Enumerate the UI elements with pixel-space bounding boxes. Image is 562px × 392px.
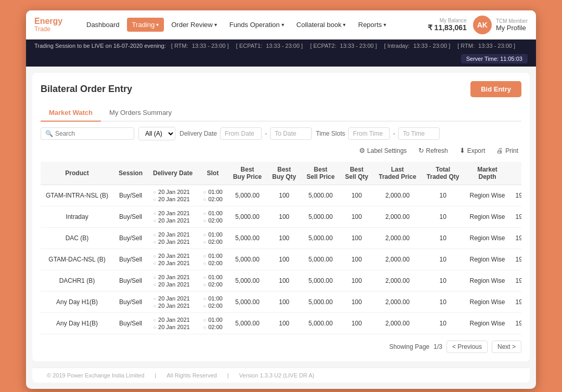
ticker-intraday: [ Intraday: 13:33 - 23:00 ]: [384, 43, 452, 49]
showing-label: Showing Page: [389, 343, 429, 350]
ticker-rtm1: [ RTM: 13:33 - 23:00 ]: [171, 43, 231, 49]
time-slots-filter: Time Slots From Time - To Time: [316, 127, 440, 140]
session-cell: Buy/Sell: [113, 292, 148, 313]
delivery-date-cell: ○ 20 Jan 2021 ○ 20 Jan 2021: [148, 313, 198, 334]
prev-button[interactable]: < Previous: [446, 341, 488, 353]
ticker-ecpat2: [ ECPAT2: 13:33 - 23:00 ]: [310, 43, 379, 49]
search-box[interactable]: 🔍: [41, 127, 134, 140]
rights: All Rights Reserved: [167, 372, 217, 378]
app-container: Energy Trade Dashboard Trading ▾ Order R…: [26, 10, 536, 389]
delivery-date-label: Delivery Date: [180, 130, 217, 137]
time-slots-label: Time Slots: [316, 130, 345, 137]
best-sell-qty-cell: 100: [340, 270, 374, 292]
total-traded-qty-cell: 10: [422, 270, 465, 292]
refresh-button[interactable]: ↻ Refresh: [415, 145, 451, 156]
nav-dashboard[interactable]: Dashboard: [81, 18, 125, 32]
nav-trading[interactable]: Trading ▾: [127, 18, 164, 32]
token-end-time-cell: 19 Jan 2021 20:45: [510, 270, 521, 292]
time-dash: -: [393, 130, 395, 137]
market-depth-cell: Region Wise: [465, 270, 510, 292]
footer: © 2019 Power Exchange India Limited | Al…: [32, 368, 530, 383]
funds-chevron-icon: ▾: [282, 22, 284, 28]
tab-my-orders[interactable]: My Orders Summary: [101, 104, 180, 122]
filter-select[interactable]: All (A): [138, 127, 175, 140]
table-row[interactable]: Any Day H1(B) Buy/Sell ○ 20 Jan 2021 ○ 2…: [41, 292, 521, 313]
token-end-time-cell: 19 Jan 2021 20:45: [510, 292, 521, 313]
market-depth-cell: Region Wise: [465, 228, 510, 249]
delivery-date-filter: Delivery Date From Date - To Date: [180, 127, 312, 140]
to-date-input[interactable]: To Date: [270, 127, 312, 140]
table-row[interactable]: GTAM-DAC-NSL (B) Buy/Sell ○ 20 Jan 2021 …: [41, 249, 521, 270]
product-cell: Intraday: [41, 206, 113, 228]
best-sell-price-cell: 5,000.00: [301, 185, 340, 206]
header: Energy Trade Dashboard Trading ▾ Order R…: [26, 10, 536, 40]
col-best-sell-qty: BestSell Qty: [340, 162, 374, 185]
toolbar: 🔍 All (A) Delivery Date From Date - To D…: [41, 127, 521, 156]
table-header-row: Product Session Delivery Date Slot BestB…: [41, 162, 521, 185]
best-buy-qty-cell: 100: [267, 313, 301, 334]
next-button[interactable]: Next >: [492, 341, 521, 353]
trading-chevron-icon: ▾: [156, 22, 159, 28]
product-cell: GTAM-DAC-NSL (B): [41, 249, 113, 270]
refresh-icon: ↻: [418, 147, 424, 154]
order-review-chevron-icon: ▾: [214, 22, 217, 28]
product-cell: GTAM-INTRA-NSL (B): [41, 185, 113, 206]
print-icon: 🖨: [496, 147, 503, 154]
col-best-buy-qty: BestBuy Qty: [267, 162, 301, 185]
profile-button[interactable]: AK TCM Member My Profile: [473, 16, 528, 34]
delivery-date-cell: ○ 20 Jan 2021 ○ 20 Jan 2021: [148, 206, 198, 228]
best-sell-price-cell: 5,000.00: [301, 206, 340, 228]
date-dash: -: [265, 130, 267, 137]
profile-text-group: TCM Member My Profile: [496, 18, 528, 32]
total-traded-qty-cell: 10: [422, 249, 465, 270]
table-row[interactable]: Any Day H1(B) Buy/Sell ○ 20 Jan 2021 ○ 2…: [41, 313, 521, 334]
table-row[interactable]: Intraday Buy/Sell ○ 20 Jan 2021 ○ 20 Jan…: [41, 206, 521, 228]
separator1: |: [155, 372, 156, 378]
last-traded-price-cell: 2,000.00: [374, 228, 422, 249]
last-traded-price-cell: 2,000.00: [374, 270, 422, 292]
export-icon: ⬇: [459, 147, 465, 154]
best-sell-qty-cell: 100: [340, 185, 374, 206]
best-buy-qty-cell: 100: [267, 270, 301, 292]
export-button[interactable]: ⬇ Export: [456, 145, 489, 156]
col-last-traded-price: LastTraded Price: [374, 162, 422, 185]
label-settings-button[interactable]: ⚙ Label Settings: [356, 145, 410, 156]
table-row[interactable]: DACHR1 (B) Buy/Sell ○ 20 Jan 2021 ○ 20 J…: [41, 270, 521, 292]
print-button[interactable]: 🖨 Print: [493, 145, 521, 156]
market-depth-cell: Region Wise: [465, 249, 510, 270]
nav-reports[interactable]: Reports ▾: [353, 18, 391, 32]
nav-funds-operation[interactable]: Funds Operation ▾: [224, 18, 289, 32]
best-buy-price-cell: 5,000.00: [228, 185, 267, 206]
best-sell-price-cell: 5,000.00: [301, 249, 340, 270]
logo-trade: Trade: [34, 25, 71, 33]
table-row[interactable]: GTAM-INTRA-NSL (B) Buy/Sell ○ 20 Jan 202…: [41, 185, 521, 206]
total-traded-qty-cell: 10: [422, 313, 465, 334]
ticker-rtm2: [ RTM: 13:33 - 23:00 ]: [457, 43, 517, 49]
best-buy-price-cell: 5,000.00: [228, 313, 267, 334]
delivery-date-cell: ○ 20 Jan 2021 ○ 20 Jan 2021: [148, 270, 198, 292]
to-time-input[interactable]: To Time: [398, 127, 440, 140]
best-buy-price-cell: 5,000.00: [228, 249, 267, 270]
session-cell: Buy/Sell: [113, 249, 148, 270]
from-time-input[interactable]: From Time: [348, 127, 390, 140]
nav-collateral-book[interactable]: Collateral book ▾: [291, 18, 351, 32]
token-end-time-cell: 19 Jan 2021 20:45: [510, 185, 521, 206]
total-traded-qty-cell: 10: [422, 292, 465, 313]
last-traded-price-cell: 2,000.00: [374, 313, 422, 334]
last-traded-price-cell: 2,000.00: [374, 249, 422, 270]
session-cell: Buy/Sell: [113, 185, 148, 206]
col-session: Session: [113, 162, 148, 185]
best-buy-price-cell: 5,000.00: [228, 270, 267, 292]
bid-entry-button[interactable]: Bid Entry: [470, 81, 521, 97]
best-sell-qty-cell: 100: [340, 249, 374, 270]
label-settings-icon: ⚙: [359, 147, 365, 154]
best-buy-qty-cell: 100: [267, 228, 301, 249]
nav-order-review[interactable]: Order Review ▾: [166, 18, 222, 32]
search-input[interactable]: [55, 130, 130, 137]
from-date-input[interactable]: From Date: [220, 127, 262, 140]
table-row[interactable]: DAC (B) Buy/Sell ○ 20 Jan 2021 ○ 20 Jan …: [41, 228, 521, 249]
page-indicator: 1/3: [433, 343, 442, 350]
tab-market-watch[interactable]: Market Watch: [41, 104, 101, 122]
token-end-time-cell: 19 Jan 2021 20:45: [510, 206, 521, 228]
best-sell-price-cell: 5,000.00: [301, 313, 340, 334]
